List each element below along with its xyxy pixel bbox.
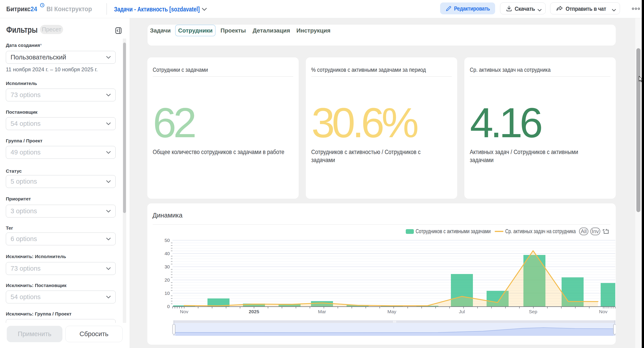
svg-text:May: May [387,309,396,314]
svg-text:Mar: Mar [318,309,326,314]
svg-text:0: 0 [167,304,170,309]
svg-text:Jul: Jul [459,309,465,314]
svg-text:40: 40 [164,251,170,256]
svg-text:Сотрудников с активными задача: Сотрудников с активными задачами [416,228,491,234]
svg-text:2025: 2025 [249,309,259,314]
svg-text:Sep: Sep [529,309,537,314]
svg-text:All: All [581,228,587,234]
svg-text:Nov: Nov [180,309,188,314]
svg-text:Nov: Nov [599,309,608,314]
svg-text:20: 20 [164,277,170,283]
svg-text:30: 30 [164,264,170,269]
svg-text:50: 50 [164,238,170,243]
svg-text:Ср. активных задач на сотрудни: Ср. активных задач на сотрудника [505,228,576,234]
svg-text:10: 10 [164,291,170,296]
svg-text:Inv: Inv [592,228,599,234]
